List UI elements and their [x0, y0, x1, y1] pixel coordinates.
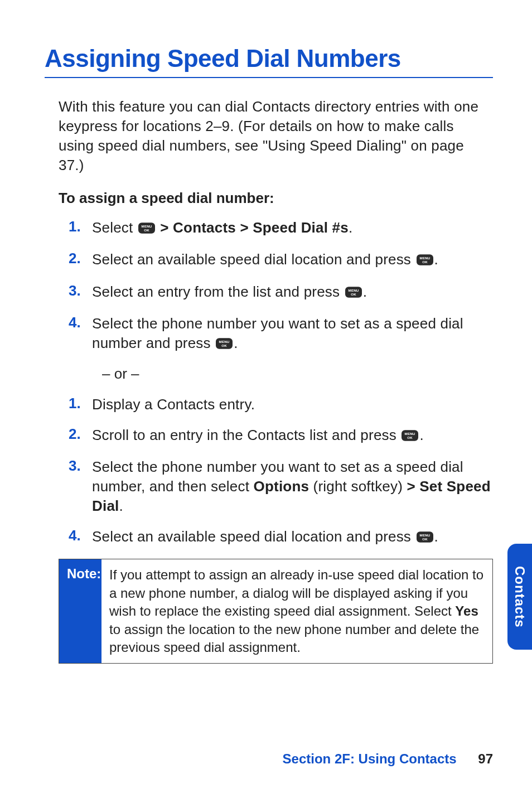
- step-number: 3.: [59, 282, 92, 299]
- list-item: 3. Select an entry from the list and pre…: [59, 282, 493, 303]
- step-number: 4.: [59, 314, 92, 331]
- note-box: Note: If you attempt to assign an alread…: [59, 559, 493, 664]
- step-text: Select an entry from the list and press …: [92, 282, 367, 303]
- page-title: Assigning Speed Dial Numbers: [45, 45, 493, 72]
- step-text: Select > Contacts > Speed Dial #s.: [92, 218, 352, 239]
- step-number: 1.: [59, 395, 92, 412]
- menu-ok-icon: [345, 283, 362, 303]
- procedure-list-b: 1. Display a Contacts entry. 2. Scroll t…: [59, 395, 493, 548]
- step-number: 2.: [59, 250, 92, 267]
- step-text: Scroll to an entry in the Contacts list …: [92, 425, 424, 446]
- procedure-subhead: To assign a speed dial number:: [59, 190, 493, 207]
- page-footer: Section 2F: Using Contacts 97: [45, 751, 493, 767]
- menu-ok-icon: [402, 427, 418, 446]
- list-item: 3. Select the phone number you want to s…: [59, 457, 493, 516]
- body-content: With this feature you can dial Contacts …: [45, 97, 493, 664]
- list-item: 4. Select the phone number you want to s…: [59, 314, 493, 354]
- step-text: Select an available speed dial location …: [92, 527, 438, 548]
- or-divider: – or –: [59, 365, 493, 383]
- step-number: 4.: [59, 527, 92, 544]
- intro-paragraph: With this feature you can dial Contacts …: [59, 97, 493, 175]
- heading-rule: [45, 77, 493, 78]
- list-item: 2. Select an available speed dial locati…: [59, 250, 493, 270]
- step-number: 1.: [59, 218, 92, 235]
- step-number: 3.: [59, 457, 92, 475]
- note-label: Note:: [59, 559, 101, 663]
- side-tab-label: Contacts: [512, 566, 528, 628]
- list-item: 1. Select > Contacts > Speed Dial #s.: [59, 218, 493, 239]
- list-item: 1. Display a Contacts entry.: [59, 395, 493, 414]
- menu-ok-icon: [138, 219, 155, 239]
- step-text: Select the phone number you want to set …: [92, 457, 493, 516]
- list-item: 2. Scroll to an entry in the Contacts li…: [59, 425, 493, 446]
- step-number: 2.: [59, 425, 92, 443]
- step-text: Display a Contacts entry.: [92, 395, 255, 414]
- footer-section: Section 2F: Using Contacts: [283, 751, 457, 766]
- menu-ok-icon: [417, 251, 433, 270]
- side-tab: Contacts: [507, 544, 532, 650]
- step-text: Select the phone number you want to set …: [92, 314, 493, 354]
- procedure-list-a: 1. Select > Contacts > Speed Dial #s. 2.…: [59, 218, 493, 354]
- menu-ok-icon: [216, 335, 233, 354]
- menu-ok-icon: [417, 528, 433, 548]
- step-text: Select an available speed dial location …: [92, 250, 438, 270]
- manual-page: Assigning Speed Dial Numbers With this f…: [0, 0, 532, 798]
- footer-page-number: 97: [478, 751, 493, 767]
- note-text: If you attempt to assign an already in-u…: [101, 559, 492, 663]
- list-item: 4. Select an available speed dial locati…: [59, 527, 493, 548]
